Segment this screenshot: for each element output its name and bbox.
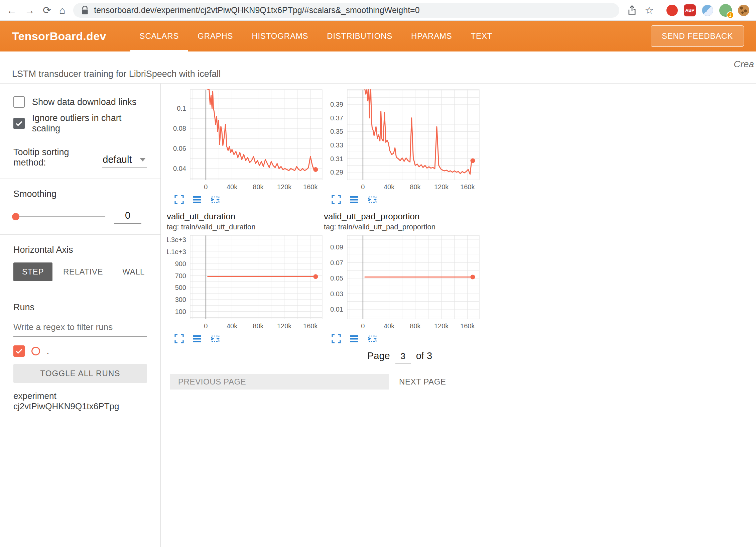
page-number-input[interactable] (395, 351, 411, 363)
show-download-links-row[interactable]: Show data download links (13, 96, 147, 108)
horizontal-axis-label: Horizontal Axis (13, 245, 147, 255)
tab-distributions[interactable]: DISTRIBUTIONS (318, 21, 402, 51)
show-download-links-label: Show data download links (32, 97, 136, 107)
chart-actions (167, 195, 324, 205)
fit-domain-icon[interactable] (210, 334, 220, 344)
tab-scalars[interactable]: SCALARS (130, 21, 188, 51)
cookie-extension-icon[interactable] (738, 5, 749, 16)
profile-avatar[interactable]: 1 (719, 4, 732, 17)
page-of-label: of 3 (416, 350, 432, 361)
tab-histograms[interactable]: HISTOGRAMS (242, 21, 318, 51)
toggle-all-runs-button[interactable]: TOGGLE ALL RUNS (13, 364, 147, 383)
bookmark-star-icon[interactable]: ☆ (645, 5, 654, 15)
expand-chart-icon[interactable] (174, 195, 184, 205)
expand-chart-icon[interactable] (174, 334, 184, 344)
runs-filter-input[interactable] (13, 320, 147, 337)
home-icon[interactable]: ⌂ (59, 5, 65, 15)
create-link-truncated[interactable]: Crea (734, 59, 754, 70)
run-color-swatch[interactable] (31, 347, 40, 355)
expand-chart-icon[interactable] (331, 195, 341, 205)
send-feedback-button[interactable]: SEND FEEDBACK (651, 25, 744, 47)
line-chart[interactable]: 0.010.030.050.070.09040k80k120k160k (324, 234, 481, 332)
next-page-button[interactable]: NEXT PAGE (399, 377, 446, 387)
svg-text:100: 100 (175, 308, 186, 315)
line-chart[interactable]: 1003005007009001.1e+31.3e+3040k80k120k16… (167, 234, 324, 332)
axis-wall-button[interactable]: WALL (114, 262, 153, 281)
data-table-icon[interactable] (349, 195, 359, 205)
back-icon[interactable]: ← (7, 5, 17, 15)
svg-text:80k: 80k (253, 322, 264, 330)
tooltip-sorting-dropdown[interactable]: default (102, 153, 147, 168)
svg-text:0: 0 (361, 183, 365, 191)
abp-extension-icon[interactable]: ABP (684, 4, 696, 16)
chart-title: valid_utt_duration (167, 211, 324, 222)
svg-text:0.01: 0.01 (330, 306, 343, 313)
reload-icon[interactable]: ⟳ (43, 5, 51, 15)
horizontal-axis-buttons: STEP RELATIVE WALL (13, 262, 147, 281)
svg-text:160k: 160k (460, 322, 475, 330)
svg-text:0.08: 0.08 (173, 125, 186, 132)
extension-icon[interactable] (702, 5, 713, 16)
axis-relative-button[interactable]: RELATIVE (54, 262, 112, 281)
show-download-links-checkbox[interactable] (13, 96, 25, 108)
pagination-buttons: PREVIOUS PAGE NEXT PAGE (170, 374, 756, 390)
run-checkbox[interactable] (13, 345, 25, 357)
charts-row-1: 0.040.060.080.1040k80k120k160k (167, 84, 756, 207)
forward-icon[interactable]: → (25, 5, 35, 15)
fit-domain-icon[interactable] (210, 195, 220, 205)
line-chart[interactable]: 0.290.310.330.350.370.39040k80k120k160k (324, 88, 481, 193)
axis-step-button[interactable]: STEP (13, 262, 52, 281)
smoothing-slider-thumb[interactable] (12, 213, 19, 220)
data-table-icon[interactable] (192, 334, 202, 344)
smoothing-value-input[interactable] (114, 209, 141, 224)
data-table-icon[interactable] (192, 195, 202, 205)
chart-actions (324, 334, 481, 344)
browser-toolbar: ← → ⟳ ⌂ tensorboard.dev/experiment/cj2vt… (0, 0, 756, 21)
ignore-outliers-label: Ignore outliers in chart scaling (32, 113, 147, 134)
data-table-icon[interactable] (349, 334, 359, 344)
general-settings-section: Show data download links Ignore outliers… (0, 96, 160, 168)
svg-text:0.04: 0.04 (173, 165, 186, 172)
tooltip-sorting-row: Tooltip sorting method: default (13, 147, 147, 168)
svg-text:40k: 40k (384, 322, 395, 330)
svg-text:40k: 40k (384, 183, 395, 191)
tab-graphs[interactable]: GRAPHS (188, 21, 242, 51)
divider (0, 234, 160, 235)
svg-text:120k: 120k (434, 183, 449, 191)
tab-text[interactable]: TEXT (462, 21, 502, 51)
fit-domain-icon[interactable] (367, 334, 377, 344)
svg-text:80k: 80k (253, 183, 264, 191)
svg-text:160k: 160k (303, 183, 318, 191)
smoothing-slider[interactable] (13, 216, 105, 217)
svg-text:500: 500 (175, 284, 186, 291)
charts-row-2: valid_utt_duration tag: train/valid_utt_… (167, 207, 756, 344)
tab-hparams[interactable]: HPARAMS (402, 21, 462, 51)
url-bar[interactable]: tensorboard.dev/experiment/cj2vtPiwQHKN9… (73, 3, 619, 18)
svg-text:0.05: 0.05 (330, 275, 343, 282)
previous-page-button[interactable]: PREVIOUS PAGE (170, 374, 389, 390)
app-logo[interactable]: TensorBoard.dev (12, 30, 106, 43)
page-label: Page (367, 350, 390, 361)
line-chart[interactable]: 0.040.060.080.1040k80k120k160k (167, 88, 324, 193)
chart-title: valid_utt_pad_proportion (324, 211, 481, 222)
svg-text:120k: 120k (277, 183, 292, 191)
pagination: Page of 3 (367, 350, 756, 363)
svg-text:120k: 120k (277, 322, 292, 330)
tooltip-sorting-label: Tooltip sorting method: (13, 147, 93, 168)
run-name: . (47, 346, 49, 356)
chart-card: 0.040.060.080.1040k80k120k160k (167, 84, 324, 205)
ignore-outliers-checkbox[interactable] (13, 118, 25, 129)
runs-label: Runs (13, 302, 147, 313)
fit-domain-icon[interactable] (367, 195, 377, 205)
divider (0, 179, 160, 179)
run-row: . (13, 345, 147, 357)
ignore-outliers-row[interactable]: Ignore outliers in chart scaling (13, 113, 147, 134)
svg-text:40k: 40k (227, 322, 238, 330)
experiment-info-strip: Crea LSTM transducer training for LibriS… (0, 51, 756, 83)
runs-section: Runs . TOGGLE ALL RUNS experiment cj2vtP… (0, 302, 160, 412)
expand-chart-icon[interactable] (331, 334, 341, 344)
svg-text:160k: 160k (303, 322, 318, 330)
adblock-extension-icon[interactable] (666, 5, 678, 16)
smoothing-label: Smoothing (13, 189, 147, 199)
share-icon[interactable] (627, 5, 637, 16)
